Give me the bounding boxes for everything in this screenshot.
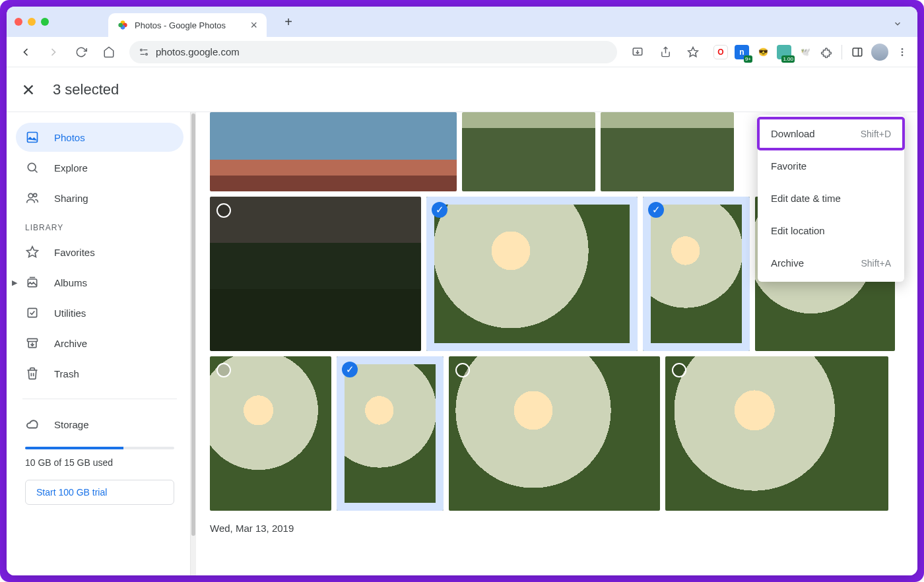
install-app-icon[interactable]: [626, 41, 649, 63]
site-settings-icon[interactable]: [139, 47, 149, 57]
tab-title: Photos - Google Photos: [135, 20, 226, 30]
bookmark-icon[interactable]: [682, 41, 704, 63]
select-circle-icon[interactable]: [216, 363, 231, 377]
extensions-puzzle-icon[interactable]: [819, 45, 834, 59]
photo-item[interactable]: [665, 356, 888, 511]
close-selection-button[interactable]: [21, 82, 36, 97]
selected-check-icon[interactable]: ✓: [432, 202, 447, 218]
reload-button[interactable]: [70, 41, 92, 63]
share-icon[interactable]: [654, 41, 676, 63]
menu-item-label: Edit location: [771, 225, 825, 236]
svg-marker-24: [27, 247, 38, 257]
browser-menu-icon[interactable]: [895, 45, 909, 59]
menu-item-label: Edit date & time: [771, 193, 841, 204]
extensions-row: O n 😎 🕊️: [713, 44, 909, 61]
storage-trial-button[interactable]: Start 100 GB trial: [25, 480, 174, 505]
select-circle-icon[interactable]: [672, 363, 686, 377]
extension-icon[interactable]: [777, 45, 791, 59]
back-button[interactable]: [15, 41, 37, 63]
sidebar-item-albums[interactable]: ▶ Albums: [16, 268, 183, 297]
photo-item[interactable]: [210, 356, 331, 511]
sidebar-item-label: Utilities: [54, 307, 86, 319]
tabs-dropdown-icon[interactable]: [890, 16, 906, 32]
svg-rect-27: [28, 308, 36, 317]
storage-progress: [25, 447, 174, 449]
sidebar-item-label: Favorites: [54, 247, 95, 258]
sidebar-item-explore[interactable]: Explore: [16, 153, 183, 182]
selection-bar: 3 selected: [7, 67, 917, 112]
new-tab-button[interactable]: +: [279, 12, 298, 32]
photos-icon: [25, 131, 40, 144]
app-content: 3 selected Photos Explore Sharing: [7, 67, 917, 575]
menu-item-edit-date[interactable]: Edit date & time: [758, 182, 904, 214]
svg-point-16: [902, 54, 904, 56]
sidebar: Photos Explore Sharing LIBRARY Favorites: [7, 112, 190, 575]
svg-rect-19: [28, 133, 38, 143]
menu-item-favorite[interactable]: Favorite: [758, 150, 904, 182]
minimize-window-icon[interactable]: [28, 18, 36, 26]
svg-marker-11: [688, 47, 698, 56]
close-window-icon[interactable]: [15, 18, 22, 26]
svg-point-14: [902, 48, 904, 50]
sidebar-item-archive[interactable]: Archive: [16, 329, 183, 358]
svg-line-21: [35, 170, 38, 173]
extension-icon[interactable]: 🕊️: [798, 45, 812, 59]
album-icon: [25, 276, 40, 289]
archive-icon: [25, 337, 40, 350]
select-circle-icon[interactable]: [216, 203, 231, 218]
close-tab-icon[interactable]: ×: [250, 18, 257, 32]
browser-toolbar: photos.google.com O n 😎 🕊️: [7, 37, 917, 67]
sidebar-item-utilities[interactable]: Utilities: [16, 298, 183, 327]
sidebar-item-trash[interactable]: Trash: [16, 359, 183, 388]
svg-rect-28: [28, 339, 38, 341]
extension-icon[interactable]: 😎: [756, 45, 770, 59]
home-button[interactable]: [98, 41, 120, 63]
trash-icon: [25, 367, 40, 380]
menu-item-label: Archive: [771, 257, 804, 269]
forward-button[interactable]: [42, 41, 65, 63]
profile-avatar[interactable]: [871, 44, 888, 61]
browser-tab[interactable]: Photos - Google Photos ×: [108, 13, 267, 37]
url-text: photos.google.com: [156, 46, 240, 57]
menu-item-download[interactable]: Download Shift+D: [758, 117, 904, 150]
side-panel-icon[interactable]: [850, 45, 865, 59]
sidebar-item-photos[interactable]: Photos: [16, 123, 183, 152]
photo-item[interactable]: ✓: [426, 197, 638, 351]
sidebar-item-favorites[interactable]: Favorites: [16, 238, 183, 267]
menu-item-label: Favorite: [771, 160, 807, 172]
search-icon: [25, 161, 40, 174]
sidebar-item-storage[interactable]: Storage: [16, 410, 183, 439]
svg-point-4: [141, 49, 143, 51]
library-header: LIBRARY: [16, 214, 183, 236]
select-circle-icon[interactable]: [455, 363, 470, 377]
svg-point-6: [146, 53, 148, 55]
expand-icon: ▶: [12, 278, 17, 287]
divider: [842, 45, 842, 59]
selected-check-icon[interactable]: ✓: [648, 202, 664, 218]
sidebar-item-label: Photos: [54, 132, 85, 143]
photo-item[interactable]: [449, 356, 660, 511]
svg-point-23: [34, 193, 37, 197]
sidebar-item-sharing[interactable]: Sharing: [16, 183, 183, 212]
fullscreen-window-icon[interactable]: [41, 18, 49, 26]
photo-item[interactable]: ✓: [337, 356, 444, 511]
extension-icon[interactable]: n: [735, 45, 749, 59]
divider: [22, 399, 177, 399]
sidebar-item-label: Storage: [54, 419, 89, 430]
sidebar-scrollbar[interactable]: [190, 112, 196, 575]
people-icon: [25, 191, 40, 205]
photo-item[interactable]: [210, 112, 457, 191]
sidebar-item-label: Explore: [54, 162, 88, 174]
menu-item-edit-location[interactable]: Edit location: [758, 214, 904, 247]
address-bar[interactable]: photos.google.com: [129, 41, 617, 63]
photo-item[interactable]: [210, 197, 421, 351]
menu-item-archive[interactable]: Archive Shift+A: [758, 247, 904, 279]
sidebar-item-label: Sharing: [54, 193, 88, 204]
photo-item[interactable]: ✓: [643, 197, 750, 351]
extension-icon[interactable]: O: [713, 45, 728, 59]
photo-item[interactable]: [462, 112, 595, 191]
svg-point-3: [118, 23, 123, 28]
selected-check-icon[interactable]: ✓: [342, 362, 358, 377]
sidebar-item-label: Trash: [54, 368, 79, 379]
photo-item[interactable]: [601, 112, 734, 191]
